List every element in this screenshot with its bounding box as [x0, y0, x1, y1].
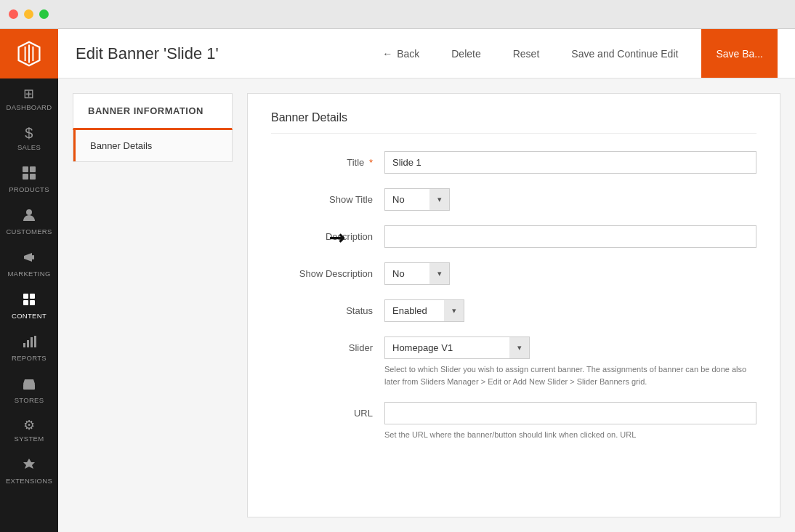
svg-rect-6: [23, 294, 28, 299]
slider-select[interactable]: Homepage V1 Homepage V2: [384, 336, 530, 359]
svg-rect-8: [23, 300, 28, 305]
svg-rect-3: [30, 174, 36, 180]
sidebar-item-customers[interactable]: Customers: [0, 199, 58, 241]
maximize-button[interactable]: [39, 9, 49, 19]
status-select[interactable]: Enabled Disabled: [384, 299, 464, 322]
svg-rect-0: [23, 166, 28, 172]
slider-wrap: Homepage V1 Homepage V2 ▾ Select to whic…: [384, 336, 756, 387]
marketing-icon: [22, 250, 36, 267]
sidebar-item-system[interactable]: ⚙ System: [0, 410, 58, 448]
show-title-label: Show Title: [271, 188, 373, 205]
form-section-title: Banner Details: [271, 111, 756, 134]
title-bar: [0, 0, 795, 29]
field-show-title-row: Show Title No Yes ▾: [271, 188, 756, 211]
svg-rect-15: [27, 385, 31, 390]
field-status-row: Status Enabled Disabled ▾: [271, 299, 756, 322]
url-wrap: Set the URL where the banner/button shou…: [384, 402, 756, 441]
panel-nav: Banner Details: [73, 130, 233, 162]
save-continue-button[interactable]: Save and Continue Edit: [562, 44, 687, 64]
sidebar-item-stores[interactable]: Stores: [0, 368, 58, 410]
sidebar-item-extensions[interactable]: Extensions: [0, 448, 58, 491]
sidebar-item-marketing[interactable]: Marketing: [0, 241, 58, 283]
url-label: URL: [271, 402, 373, 419]
description-input[interactable]: [384, 225, 756, 248]
slider-help-text: Select to which Slider you wish to assig…: [384, 363, 748, 387]
field-title-row: Title *: [271, 151, 756, 174]
field-url-row: URL Set the URL where the banner/button …: [271, 402, 756, 441]
field-show-description-row: Show Description No Yes ▾: [271, 262, 756, 285]
slider-select-wrap: Homepage V1 Homepage V2 ▾: [384, 336, 530, 359]
extensions-icon: [22, 457, 36, 474]
sidebar-item-dashboard[interactable]: ⊞ Dashboard: [0, 78, 58, 117]
title-input[interactable]: [384, 151, 756, 174]
status-label: Status: [271, 299, 373, 316]
sidebar: ⊞ Dashboard $ Sales Products Customers M…: [0, 29, 58, 532]
minimize-button[interactable]: [24, 9, 33, 19]
show-description-select-wrap: No Yes ▾: [384, 262, 450, 285]
back-arrow-icon: ←: [382, 48, 392, 60]
sidebar-item-content[interactable]: Content: [0, 283, 58, 326]
title-label: Title *: [271, 151, 373, 168]
show-title-select[interactable]: No Yes: [384, 188, 450, 211]
left-panel: BANNER INFORMATION Banner Details: [73, 93, 233, 517]
url-help-text: Set the URL where the banner/button shou…: [384, 429, 748, 441]
svg-rect-10: [23, 343, 25, 347]
description-label: Description: [271, 225, 373, 242]
field-description-row: ↗ Description: [271, 225, 756, 248]
form-area: Banner Details Title * Show Title: [247, 93, 780, 517]
panel-header: BANNER INFORMATION: [73, 93, 233, 130]
close-button[interactable]: [9, 9, 18, 19]
reset-button[interactable]: Reset: [504, 44, 549, 64]
dashboard-icon: ⊞: [23, 87, 34, 100]
svg-rect-7: [30, 294, 35, 299]
slider-label: Slider: [271, 336, 373, 353]
show-description-wrap: No Yes ▾: [384, 262, 756, 285]
panel-nav-banner-details[interactable]: Banner Details: [73, 130, 232, 161]
svg-point-4: [26, 209, 32, 215]
status-select-wrap: Enabled Disabled ▾: [384, 299, 464, 322]
svg-rect-1: [30, 166, 36, 172]
svg-rect-5: [32, 255, 34, 259]
field-slider-row: Slider Homepage V1 Homepage V2 ▾ Select …: [271, 336, 756, 387]
svg-rect-9: [30, 300, 35, 305]
show-description-label: Show Description: [271, 262, 373, 281]
sales-icon: $: [25, 126, 33, 140]
status-wrap: Enabled Disabled ▾: [384, 299, 756, 322]
system-icon: ⚙: [23, 419, 35, 432]
description-wrap: [384, 225, 756, 248]
page-title: Edit Banner 'Slide 1': [76, 44, 219, 63]
content-icon: [22, 292, 36, 309]
content-area: Edit Banner 'Slide 1' ← Back Delete Rese…: [58, 29, 795, 532]
svg-rect-11: [27, 340, 29, 347]
stores-icon: [22, 376, 36, 393]
required-indicator: *: [369, 157, 373, 168]
page-body: BANNER INFORMATION Banner Details Banner…: [58, 78, 795, 532]
delete-button[interactable]: Delete: [443, 44, 489, 64]
customers-icon: [22, 208, 36, 225]
save-button[interactable]: Save Ba...: [701, 29, 778, 78]
sidebar-item-sales[interactable]: $ Sales: [0, 117, 58, 157]
back-button[interactable]: ← Back: [374, 44, 428, 64]
logo[interactable]: [0, 29, 58, 78]
page-header: Edit Banner 'Slide 1' ← Back Delete Rese…: [58, 29, 795, 78]
reports-icon: [22, 334, 36, 351]
url-input[interactable]: [384, 402, 756, 424]
show-description-select[interactable]: No Yes: [384, 262, 450, 285]
show-title-select-wrap: No Yes ▾: [384, 188, 450, 211]
sidebar-item-products[interactable]: Products: [0, 157, 58, 199]
show-title-wrap: No Yes ▾: [384, 188, 756, 211]
svg-rect-2: [23, 174, 28, 180]
svg-rect-12: [31, 337, 33, 347]
sidebar-item-reports[interactable]: Reports: [0, 326, 58, 368]
title-input-wrap: [384, 151, 756, 174]
svg-rect-13: [34, 336, 36, 347]
products-icon: [22, 166, 36, 182]
